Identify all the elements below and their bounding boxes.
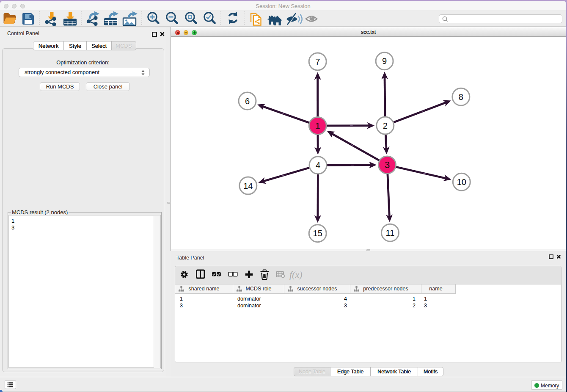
svg-text:6: 6 xyxy=(245,97,250,106)
svg-text:4: 4 xyxy=(316,160,320,170)
svg-text:8: 8 xyxy=(459,92,463,102)
svg-text:2: 2 xyxy=(383,121,388,130)
svg-text:f(x): f(x) xyxy=(289,269,303,280)
svg-text:7: 7 xyxy=(315,57,320,66)
svg-text:15: 15 xyxy=(313,229,322,238)
svg-text:9: 9 xyxy=(382,56,387,66)
svg-text:3: 3 xyxy=(385,160,390,170)
svg-text:11: 11 xyxy=(386,228,395,237)
svg-text:1: 1 xyxy=(315,121,320,131)
svg-text:10: 10 xyxy=(457,177,466,187)
svg-text:14: 14 xyxy=(243,181,253,190)
